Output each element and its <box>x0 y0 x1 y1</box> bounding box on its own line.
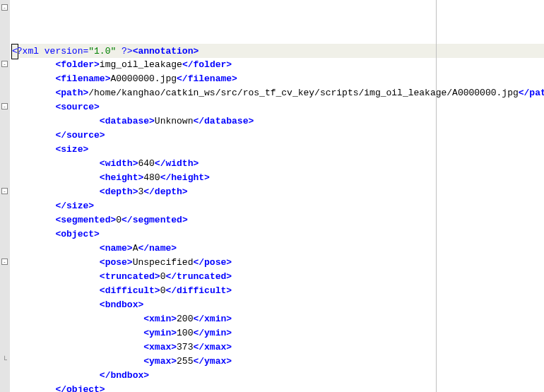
code-line[interactable]: <xmin>200</xmin> <box>11 312 544 326</box>
code-line[interactable]: <xmax>373</xmax> <box>11 340 544 355</box>
code-line[interactable]: <database>Unknown</database> <box>11 114 544 129</box>
code-line[interactable]: <?xml version="1.0" ?><annotation> <box>11 44 544 58</box>
code-line[interactable]: <width>640</width> <box>11 157 544 171</box>
fold-toggle-icon[interactable]: - <box>1 103 8 109</box>
code-line[interactable]: <truncated>0</truncated> <box>11 270 544 284</box>
fold-end-icon: └ <box>1 357 8 364</box>
code-line[interactable]: </bndbox> <box>11 369 544 383</box>
code-area[interactable]: <?xml version="1.0" ?><annotation> <fold… <box>10 0 544 392</box>
code-line[interactable]: <name>A</name> <box>11 242 544 256</box>
code-line[interactable]: <folder>img_oil_leakage</folder> <box>11 58 544 72</box>
code-line[interactable]: <object> <box>11 227 544 242</box>
code-line[interactable]: <filename>A0000000.jpg</filename> <box>11 72 544 86</box>
code-line[interactable]: <size> <box>11 143 544 157</box>
fold-toggle-icon[interactable]: - <box>1 188 8 194</box>
code-line[interactable]: <depth>3</depth> <box>11 185 544 199</box>
code-line[interactable]: <ymin>100</ymin> <box>11 326 544 340</box>
code-line[interactable]: <segmented>0</segmented> <box>11 213 544 227</box>
ruler <box>436 0 437 392</box>
code-line[interactable]: <path>/home/kanghao/catkin_ws/src/ros_tf… <box>11 86 544 100</box>
fold-toggle-icon[interactable]: - <box>1 4 8 11</box>
fold-toggle-icon[interactable]: - <box>1 259 8 265</box>
editor: -----└ <?xml version="1.0" ?><annotation… <box>0 0 544 392</box>
code-line[interactable]: <pose>Unspecified</pose> <box>11 256 544 270</box>
code-line[interactable]: <difficult>0</difficult> <box>11 284 544 298</box>
code-line[interactable]: </source> <box>11 129 544 143</box>
code-line[interactable]: </object> <box>11 383 544 392</box>
fold-toggle-icon[interactable]: - <box>1 61 8 67</box>
code-line[interactable]: <source> <box>11 100 544 114</box>
code-line[interactable]: </size> <box>11 199 544 213</box>
code-line[interactable]: <height>480</height> <box>11 171 544 185</box>
code-line[interactable]: <ymax>255</ymax> <box>11 355 544 369</box>
fold-gutter: -----└ <box>0 0 10 392</box>
code-line[interactable]: <bndbox> <box>11 298 544 312</box>
